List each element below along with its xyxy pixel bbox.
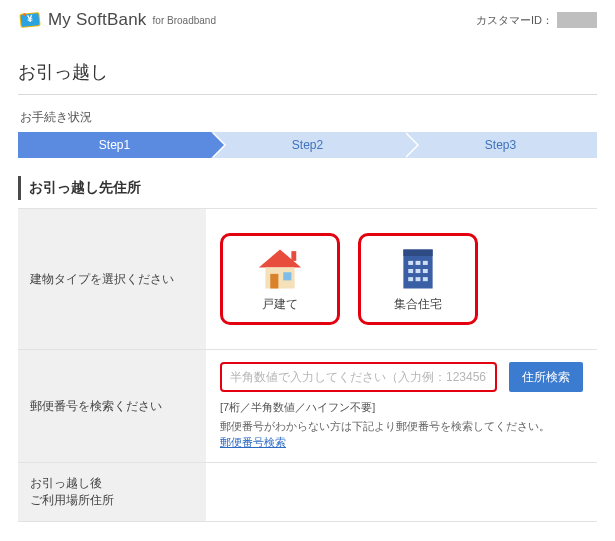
svg-rect-14 — [408, 269, 413, 273]
softbank-logo-icon: ¥ — [18, 8, 42, 32]
svg-rect-11 — [408, 260, 413, 264]
page-title: お引っ越し — [18, 60, 597, 84]
postal-hint: [7桁／半角数値／ハイフン不要] — [220, 400, 583, 415]
step-1-label: Step1 — [99, 138, 130, 152]
row-postal: 郵便番号を検索ください 住所検索 [7桁／半角数値／ハイフン不要] 郵便番号がわ… — [18, 349, 597, 462]
svg-rect-17 — [408, 277, 413, 281]
brand-main-text: My SoftBank — [48, 10, 147, 30]
step-progress: Step1 Step2 Step3 — [18, 132, 597, 158]
new-address-label: お引っ越し後 ご利用場所住所 — [18, 463, 206, 521]
house-icon — [254, 246, 306, 292]
customer-id-label: カスタマーID： — [476, 13, 553, 28]
divider — [18, 94, 597, 95]
svg-rect-8 — [283, 272, 291, 280]
svg-rect-5 — [291, 251, 296, 261]
building-option-apartment-label: 集合住宅 — [394, 296, 442, 313]
new-address-label-line1: お引っ越し後 — [30, 475, 102, 492]
section-title: お引っ越し先住所 — [18, 176, 597, 200]
svg-rect-10 — [403, 249, 432, 256]
step-2: Step2 — [211, 132, 404, 158]
svg-point-3 — [23, 13, 26, 16]
postal-input[interactable] — [220, 362, 497, 392]
address-search-button[interactable]: 住所検索 — [509, 362, 583, 392]
customer-id-value-masked — [557, 12, 597, 28]
header: ¥ My SoftBank for Broadband カスタマーID： — [0, 0, 615, 42]
postal-label: 郵便番号を検索ください — [18, 350, 206, 462]
building-option-house[interactable]: 戸建て — [220, 233, 340, 325]
step-3-label: Step3 — [485, 138, 516, 152]
row-building-type: 建物タイプを選択ください 戸建て — [18, 208, 597, 349]
new-address-value — [206, 463, 597, 521]
brand-sub-text: for Broadband — [153, 15, 216, 26]
progress-label: お手続き状況 — [20, 109, 597, 126]
building-option-apartment[interactable]: 集合住宅 — [358, 233, 478, 325]
postal-lookup-link[interactable]: 郵便番号検索 — [220, 436, 286, 448]
svg-rect-19 — [423, 277, 428, 281]
new-address-label-line2: ご利用場所住所 — [30, 492, 114, 509]
svg-rect-13 — [423, 260, 428, 264]
building-icon — [392, 246, 444, 292]
building-type-label: 建物タイプを選択ください — [18, 209, 206, 349]
brand: ¥ My SoftBank for Broadband — [18, 8, 216, 32]
step-2-label: Step2 — [292, 138, 323, 152]
building-option-house-label: 戸建て — [262, 296, 298, 313]
svg-rect-7 — [270, 273, 278, 288]
step-3: Step3 — [404, 132, 597, 158]
svg-rect-18 — [416, 277, 421, 281]
step-1: Step1 — [18, 132, 211, 158]
row-new-address: お引っ越し後 ご利用場所住所 — [18, 462, 597, 522]
customer-id: カスタマーID： — [476, 12, 597, 28]
svg-rect-16 — [423, 269, 428, 273]
svg-rect-12 — [416, 260, 421, 264]
postal-subnote: 郵便番号がわからない方は下記より郵便番号を検索してください。 — [220, 419, 583, 434]
footer-buttons: 戻る 上記内容で次へ — [0, 522, 615, 541]
svg-rect-15 — [416, 269, 421, 273]
